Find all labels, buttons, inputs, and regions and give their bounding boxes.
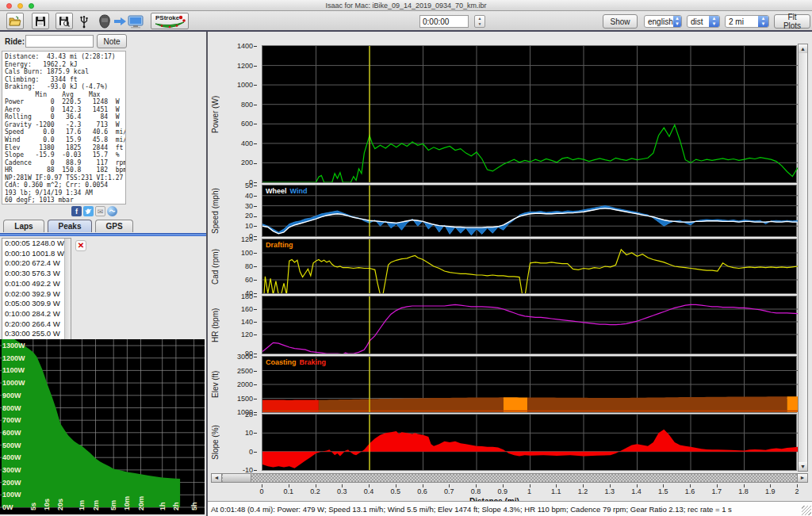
share-icons-row: f ✉ bbox=[71, 206, 117, 217]
x-tick-label: 1.7 bbox=[705, 487, 729, 495]
speed-legend: WheelWind bbox=[266, 187, 310, 195]
resize-grip-icon[interactable] bbox=[802, 506, 811, 515]
peak-item[interactable]: 0:30:00 255.0 W bbox=[2, 329, 71, 339]
cad-ytick: 120 bbox=[222, 235, 257, 243]
peak-item[interactable]: 0:10:00 284.2 W bbox=[2, 309, 71, 319]
peak-item[interactable]: 0:00:10 1001.8 W bbox=[2, 249, 71, 259]
x-tick-label: 0 bbox=[250, 487, 274, 495]
svg-text:10m: 10m bbox=[123, 496, 131, 510]
range-select[interactable]: 2 mi ▲▼ bbox=[725, 15, 769, 28]
svg-text:20m: 20m bbox=[137, 496, 145, 510]
mean-max-power-chart[interactable]: 0W100W200W300W400W500W600W700W800W900W10… bbox=[0, 339, 205, 514]
pstroke-button[interactable]: PStroke bbox=[151, 13, 189, 29]
open-file-button[interactable] bbox=[6, 13, 24, 29]
stat-line: Min Avg Max bbox=[5, 91, 125, 99]
hr-ytick: 140 bbox=[222, 318, 257, 326]
x-tick-label: 2 bbox=[785, 487, 809, 495]
svg-text:1200W: 1200W bbox=[2, 354, 25, 362]
google-earth-icon[interactable] bbox=[107, 206, 117, 216]
elev-axis-label: Elev (ft) bbox=[211, 357, 220, 412]
speed-ytick: 20 bbox=[222, 212, 257, 220]
floppy-save-as-icon bbox=[59, 16, 70, 27]
scrollbar-thumb[interactable] bbox=[223, 474, 251, 482]
slope-ytick: 0 bbox=[222, 448, 257, 456]
hr-ytick: 120 bbox=[222, 331, 257, 338]
hr-plot[interactable] bbox=[262, 296, 797, 354]
tab-laps[interactable]: Laps bbox=[3, 220, 44, 232]
svg-text:1300W: 1300W bbox=[2, 342, 25, 350]
stat-line: Energy: 1962.2 kJ bbox=[5, 61, 125, 69]
power-ytick: 1400 bbox=[222, 42, 257, 50]
note-button[interactable]: Note bbox=[97, 34, 127, 48]
speed-ytick: 10 bbox=[222, 222, 257, 230]
peak-item[interactable]: 0:00:05 1248.0 W bbox=[2, 239, 71, 249]
app-window: Isaac for Mac: iBike_09_14_2019_0934_70_… bbox=[0, 0, 812, 516]
speed-ytick: 50 bbox=[222, 182, 257, 189]
x-tick-label: 0.8 bbox=[464, 487, 488, 495]
elev-ytick: 1500 bbox=[222, 395, 257, 403]
ride-label: Ride: bbox=[5, 37, 25, 46]
peak-item[interactable]: 0:20:00 266.4 W bbox=[2, 319, 71, 330]
cad-plot[interactable] bbox=[262, 239, 797, 294]
tab-peaks[interactable]: Peaks bbox=[48, 220, 92, 232]
twitter-icon[interactable] bbox=[83, 206, 94, 216]
vertical-scrollbar[interactable]: ▲ ▼ bbox=[798, 44, 808, 472]
power-plot[interactable] bbox=[262, 45, 797, 183]
speed-plot[interactable] bbox=[262, 185, 797, 237]
facebook-icon[interactable]: f bbox=[71, 206, 82, 216]
stat-line: HR 88 150.8 182 bpm bbox=[5, 166, 125, 174]
show-button[interactable]: Show bbox=[603, 14, 638, 29]
stat-line: Wind 0.0 15.9 45.8 mi/h bbox=[5, 136, 125, 144]
mode-select[interactable]: dist ▲▼ bbox=[687, 15, 720, 28]
fit-plots-button[interactable]: Fit Plots bbox=[774, 14, 810, 29]
transfer-to-computer-button[interactable] bbox=[97, 13, 146, 29]
svg-text:10s: 10s bbox=[43, 499, 51, 510]
stat-line: Speed 0.0 17.6 40.6 mi/h bbox=[5, 128, 125, 136]
legend-wind: Wind bbox=[290, 187, 308, 195]
scroll-right-icon[interactable]: ► bbox=[797, 474, 807, 482]
delete-peak-button[interactable]: ✕ bbox=[75, 240, 86, 251]
email-icon[interactable]: ✉ bbox=[95, 206, 105, 216]
x-tick-label: 1.9 bbox=[758, 487, 782, 495]
title-bar[interactable]: Isaac for Mac: iBike_09_14_2019_0934_70_… bbox=[0, 0, 812, 11]
usb-download-button[interactable] bbox=[78, 13, 90, 29]
elev-plot[interactable] bbox=[262, 356, 797, 413]
x-tick-label: 0.4 bbox=[357, 487, 381, 495]
status-bar: At 0:01:48 (0.4 mi): Power: 479 W; Speed… bbox=[208, 501, 812, 516]
svg-text:1100W: 1100W bbox=[2, 366, 25, 374]
chevron-up-down-icon: ▲▼ bbox=[709, 16, 719, 27]
svg-text:600W: 600W bbox=[2, 429, 21, 437]
scroll-up-icon[interactable]: ▲ bbox=[799, 44, 807, 53]
peak-item[interactable]: 0:00:20 672.4 W bbox=[2, 258, 71, 269]
horizontal-scrollbar[interactable]: ◄ ► bbox=[211, 473, 808, 483]
stat-line: Power 0 220.5 1248 W bbox=[5, 98, 125, 106]
toolbar: PStroke ▲▼ Show english ▲▼ dist ▲▼ 2 mi … bbox=[0, 11, 812, 32]
power-axis-label: Power (W) bbox=[211, 86, 220, 142]
window-title: Isaac for Mac: iBike_09_14_2019_0934_70_… bbox=[0, 2, 812, 10]
chevron-up-down-icon: ▲▼ bbox=[673, 16, 681, 27]
peaks-scrollbar[interactable] bbox=[64, 239, 71, 354]
speed-axis-label: Speed (mph) bbox=[211, 183, 220, 239]
scroll-down-icon[interactable]: ▼ bbox=[799, 462, 807, 471]
x-tick-label: 1.4 bbox=[625, 487, 649, 495]
time-input[interactable] bbox=[419, 15, 469, 28]
power-ytick: 200 bbox=[222, 159, 257, 166]
peak-item[interactable]: 0:02:00 392.9 W bbox=[2, 289, 71, 300]
slope-plot[interactable] bbox=[262, 414, 797, 471]
time-stepper[interactable]: ▲▼ bbox=[474, 15, 485, 28]
ride-name-input[interactable] bbox=[25, 35, 94, 48]
save-as-button[interactable] bbox=[56, 13, 73, 29]
svg-text:5m: 5m bbox=[109, 500, 117, 510]
stat-line: Rolling 0 36.4 84 W bbox=[5, 113, 125, 121]
save-button[interactable] bbox=[32, 13, 49, 29]
peak-item[interactable]: 0:05:00 309.9 W bbox=[2, 299, 71, 309]
language-select[interactable]: english ▲▼ bbox=[644, 15, 682, 28]
x-tick-label: 1.5 bbox=[651, 487, 675, 495]
legend-wheel: Wheel bbox=[266, 187, 287, 195]
peak-item[interactable]: 0:00:30 576.3 W bbox=[2, 269, 71, 279]
x-tick-label: 0.2 bbox=[304, 487, 327, 495]
scroll-left-icon[interactable]: ◄ bbox=[212, 474, 222, 482]
peak-item[interactable]: 0:01:00 492.2 W bbox=[2, 279, 71, 289]
x-tick-label: 0.6 bbox=[411, 487, 435, 495]
tab-gps[interactable]: GPS bbox=[95, 220, 133, 232]
